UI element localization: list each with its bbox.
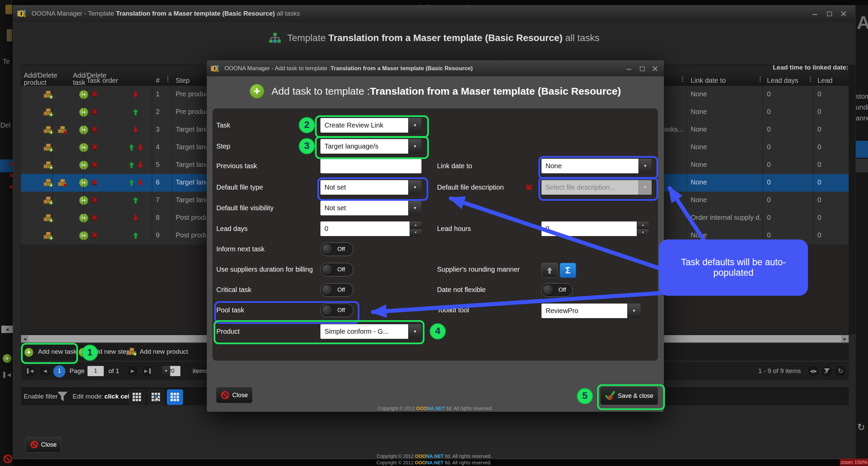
delete-task-icon[interactable] — [91, 143, 98, 152]
clear-file-description-icon[interactable] — [525, 182, 533, 193]
move-up-icon[interactable] — [133, 232, 138, 239]
previous-task-input[interactable] — [320, 159, 421, 173]
maximize-icon[interactable] — [639, 66, 645, 71]
move-up-icon[interactable] — [133, 109, 138, 115]
col-add-delete-product[interactable]: Add/Delete product — [24, 72, 66, 86]
grid-row-select-button[interactable] — [167, 389, 183, 405]
add-task-icon[interactable] — [79, 231, 88, 240]
dialog-titlebar[interactable]: OOONA Manager - Add task to template :Tr… — [207, 60, 664, 76]
delete-product-icon[interactable] — [57, 178, 68, 188]
inform-next-task-toggle[interactable]: Off — [320, 242, 353, 256]
column-menu-icon[interactable] — [757, 75, 763, 83]
chevron-down-icon[interactable] — [408, 118, 421, 133]
move-up-icon[interactable] — [129, 144, 134, 151]
filter-funnel-icon[interactable] — [56, 391, 68, 404]
col-lead-days[interactable]: Lead days — [767, 77, 798, 84]
next-page-button[interactable]: ▶ — [126, 365, 139, 377]
clear-filter-icon[interactable] — [821, 365, 833, 377]
col-link-date-to[interactable]: Link date to — [691, 77, 726, 84]
chevron-down-icon[interactable] — [408, 180, 421, 195]
move-down-icon[interactable] — [133, 215, 138, 221]
add-task-icon[interactable] — [79, 108, 88, 117]
move-up-icon[interactable] — [129, 179, 134, 186]
lead-days-stepper[interactable]: 0 ▲▼ — [320, 221, 421, 236]
delete-task-icon[interactable] — [91, 213, 98, 222]
page-1-button[interactable]: 1 — [53, 365, 65, 377]
add-new-product-button[interactable]: Add new product — [140, 348, 188, 355]
dialog-close-button[interactable]: Close — [216, 387, 253, 403]
add-task-icon[interactable] — [79, 143, 88, 152]
sum-rounding-button[interactable]: Σ — [560, 263, 576, 278]
save-and-close-button[interactable]: Save & close — [600, 387, 658, 405]
add-task-icon[interactable] — [79, 196, 88, 205]
move-up-icon[interactable] — [133, 197, 138, 203]
page-input[interactable]: 1 — [87, 366, 104, 376]
enable-filter-label[interactable]: Enable filter — [24, 393, 58, 400]
use-suppliers-toggle[interactable]: Off — [320, 263, 353, 276]
delete-task-icon[interactable] — [91, 90, 98, 99]
add-new-task-button[interactable]: Add new task — [38, 348, 77, 355]
default-file-type-select[interactable]: Not set — [320, 180, 421, 195]
grid-view-button[interactable] — [129, 389, 145, 405]
col-num[interactable]: # — [152, 77, 163, 84]
prev-page-button[interactable]: ◀ — [39, 365, 51, 377]
chevron-down-icon[interactable] — [627, 304, 640, 318]
lead-hours-stepper[interactable]: 0 ▲▼ — [541, 221, 649, 236]
chevron-down-icon[interactable] — [638, 159, 652, 173]
product-select[interactable]: Simple conform - G... — [320, 324, 421, 339]
move-down-icon[interactable] — [138, 179, 143, 186]
refresh-icon[interactable]: ↻ — [857, 422, 865, 433]
vertical-scrollbar[interactable] — [849, 65, 855, 334]
move-down-icon[interactable] — [138, 162, 143, 168]
close-icon[interactable] — [652, 66, 658, 71]
step-select[interactable]: Target language/s — [320, 139, 421, 154]
default-file-description-select[interactable]: Select file description... — [541, 180, 652, 195]
main-close-button[interactable]: Close — [25, 437, 61, 452]
column-menu-icon[interactable] — [807, 75, 813, 83]
grid-cell-select-button[interactable] — [148, 389, 164, 405]
delete-task-icon[interactable] — [91, 108, 98, 117]
close-icon[interactable] — [841, 11, 846, 16]
minimize-icon[interactable] — [812, 11, 818, 16]
chevron-down-icon[interactable] — [408, 201, 421, 215]
toolkit-tool-select[interactable]: ReviewPro — [541, 304, 640, 318]
scrollbar-fragment[interactable]: ◀ — [1, 326, 13, 333]
maximize-icon[interactable] — [827, 11, 832, 16]
add-task-icon[interactable] — [79, 214, 88, 222]
delete-product-icon[interactable] — [57, 125, 68, 135]
add-task-icon[interactable] — [79, 178, 88, 187]
col-step[interactable]: Step — [176, 77, 190, 84]
spinner-arrows-icon[interactable]: ▲▼ — [637, 221, 649, 236]
critical-task-toggle[interactable]: Off — [320, 283, 353, 297]
minimize-icon[interactable] — [627, 66, 632, 71]
add-task-icon[interactable] — [79, 161, 88, 170]
col-task-order[interactable]: Task order — [86, 77, 118, 84]
first-page-button[interactable]: ▌◀ — [24, 365, 36, 377]
date-not-flexible-toggle[interactable]: Off — [541, 283, 573, 297]
link-date-to-select[interactable]: None — [541, 159, 652, 173]
column-menu-icon[interactable] — [165, 75, 171, 83]
task-select[interactable]: Create Review Link — [320, 118, 421, 133]
add-task-icon[interactable] — [79, 90, 88, 99]
move-down-icon[interactable] — [133, 127, 138, 133]
chevron-down-icon[interactable] — [408, 139, 421, 154]
refresh-icon[interactable]: ↻ — [834, 365, 847, 377]
scroll-left-icon[interactable]: ◀ — [21, 335, 28, 343]
move-up-icon[interactable] — [129, 162, 134, 168]
delete-task-icon[interactable] — [91, 160, 98, 170]
add-task-icon[interactable] — [79, 125, 88, 134]
last-page-button[interactable]: ▶▐ — [141, 365, 154, 377]
move-down-icon[interactable] — [138, 144, 143, 151]
round-up-button[interactable] — [541, 263, 558, 278]
main-window-titlebar[interactable]: OOONA Manager - Template Translation fro… — [13, 5, 855, 22]
scroll-right-icon[interactable]: ▶ — [841, 335, 849, 343]
move-down-icon[interactable] — [133, 91, 138, 98]
column-resize-icon[interactable]: ◀|▶ — [807, 365, 820, 377]
delete-task-icon[interactable] — [91, 125, 98, 134]
delete-task-icon[interactable] — [91, 231, 98, 240]
pool-task-toggle[interactable]: Off — [320, 304, 353, 317]
column-menu-icon[interactable] — [679, 75, 686, 83]
delete-task-icon[interactable] — [91, 178, 98, 187]
chevron-down-icon[interactable] — [408, 324, 421, 339]
delete-task-icon[interactable] — [91, 196, 98, 205]
